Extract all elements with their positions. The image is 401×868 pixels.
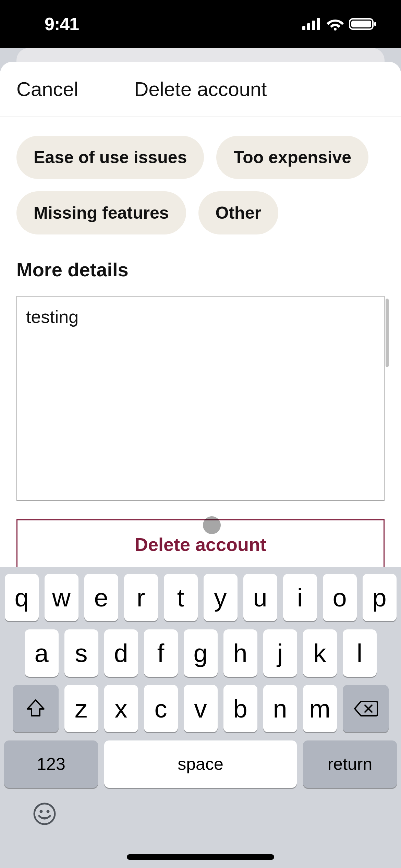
keyboard-row-4: 123 space return bbox=[0, 740, 401, 788]
key-e[interactable]: e bbox=[84, 574, 118, 621]
home-indicator[interactable] bbox=[127, 854, 274, 860]
emoji-icon bbox=[33, 804, 56, 830]
reason-chip-too-expensive[interactable]: Too expensive bbox=[216, 136, 368, 179]
svg-rect-6 bbox=[351, 21, 371, 27]
key-space[interactable]: space bbox=[104, 740, 297, 788]
key-i[interactable]: i bbox=[283, 574, 317, 621]
scrollbar-thumb[interactable] bbox=[386, 299, 389, 367]
svg-point-9 bbox=[40, 810, 43, 813]
key-s[interactable]: s bbox=[64, 629, 98, 677]
keyboard-row-1: q w e r t y u i o p bbox=[0, 574, 401, 621]
nav-bar: Cancel Delete account bbox=[0, 62, 401, 117]
ios-keyboard: q w e r t y u i o p a s d f g h j k l bbox=[0, 567, 401, 868]
phone-screen: 9:41 bbox=[0, 0, 401, 868]
key-m[interactable]: m bbox=[303, 685, 337, 732]
wifi-icon bbox=[326, 17, 344, 31]
key-o[interactable]: o bbox=[323, 574, 357, 621]
key-p[interactable]: p bbox=[363, 574, 397, 621]
key-x[interactable]: x bbox=[104, 685, 138, 732]
details-textarea-wrap bbox=[16, 296, 385, 502]
cancel-button[interactable]: Cancel bbox=[16, 77, 78, 100]
key-v[interactable]: v bbox=[184, 685, 218, 732]
status-icons bbox=[302, 17, 377, 31]
svg-rect-2 bbox=[312, 21, 315, 30]
key-w[interactable]: w bbox=[45, 574, 78, 621]
svg-rect-0 bbox=[302, 26, 305, 30]
key-q[interactable]: q bbox=[5, 574, 39, 621]
reason-chips: Ease of use issues Too expensive Missing… bbox=[16, 136, 385, 234]
key-u[interactable]: u bbox=[243, 574, 277, 621]
key-t[interactable]: t bbox=[164, 574, 198, 621]
backspace-icon bbox=[353, 700, 378, 717]
touch-indicator-icon bbox=[203, 516, 221, 534]
more-details-label: More details bbox=[16, 258, 385, 281]
content-area: Ease of use issues Too expensive Missing… bbox=[0, 136, 401, 569]
emoji-button[interactable] bbox=[33, 802, 56, 829]
key-y[interactable]: y bbox=[204, 574, 238, 621]
details-textarea[interactable] bbox=[16, 296, 385, 501]
key-g[interactable]: g bbox=[184, 629, 218, 677]
svg-point-8 bbox=[34, 804, 55, 824]
key-c[interactable]: c bbox=[144, 685, 178, 732]
shift-icon bbox=[25, 699, 46, 719]
key-z[interactable]: z bbox=[64, 685, 98, 732]
reason-chip-other[interactable]: Other bbox=[198, 191, 278, 234]
keyboard-row-3: z x c v b n m bbox=[0, 685, 401, 732]
key-d[interactable]: d bbox=[104, 629, 138, 677]
key-a[interactable]: a bbox=[25, 629, 59, 677]
status-bar: 9:41 bbox=[0, 0, 401, 48]
key-numbers[interactable]: 123 bbox=[4, 740, 98, 788]
svg-rect-1 bbox=[307, 23, 310, 30]
key-l[interactable]: l bbox=[343, 629, 377, 677]
key-return[interactable]: return bbox=[303, 740, 397, 788]
key-k[interactable]: k bbox=[303, 629, 337, 677]
key-shift[interactable] bbox=[13, 685, 59, 732]
key-f[interactable]: f bbox=[144, 629, 178, 677]
key-r[interactable]: r bbox=[124, 574, 158, 621]
keyboard-row-2: a s d f g h j k l bbox=[0, 629, 401, 677]
svg-point-10 bbox=[47, 810, 50, 813]
keyboard-bottom-row bbox=[0, 788, 401, 829]
key-backspace[interactable] bbox=[343, 685, 389, 732]
reason-chip-missing-features[interactable]: Missing features bbox=[16, 191, 186, 234]
battery-icon bbox=[349, 17, 377, 31]
key-j[interactable]: j bbox=[263, 629, 297, 677]
key-b[interactable]: b bbox=[223, 685, 257, 732]
svg-rect-7 bbox=[374, 22, 376, 26]
key-h[interactable]: h bbox=[223, 629, 257, 677]
svg-point-4 bbox=[334, 28, 337, 31]
key-n[interactable]: n bbox=[263, 685, 297, 732]
svg-rect-3 bbox=[317, 18, 320, 30]
status-time: 9:41 bbox=[45, 14, 79, 34]
reason-chip-ease-of-use[interactable]: Ease of use issues bbox=[16, 136, 204, 179]
delete-account-button[interactable]: Delete account bbox=[16, 519, 385, 569]
cellular-icon bbox=[302, 18, 321, 30]
